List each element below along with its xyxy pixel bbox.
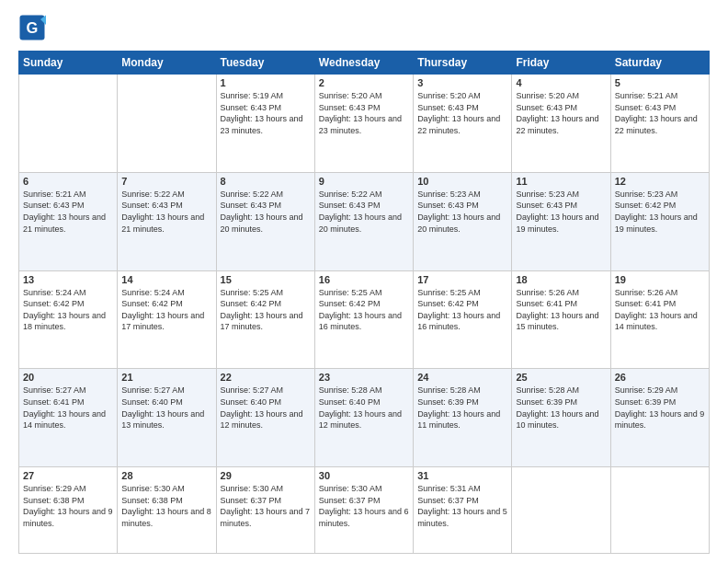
day-header-tuesday: Tuesday — [216, 52, 314, 75]
svg-text:G: G — [27, 19, 39, 36]
calendar-cell: 8Sunrise: 5:22 AMSunset: 6:43 PMDaylight… — [216, 172, 314, 270]
day-number: 16 — [319, 274, 409, 285]
day-info: Sunrise: 5:21 AMSunset: 6:43 PMDaylight:… — [23, 190, 106, 234]
day-number: 20 — [23, 372, 113, 383]
calendar-cell: 31Sunrise: 5:31 AMSunset: 6:37 PMDayligh… — [414, 467, 512, 554]
calendar-cell: 21Sunrise: 5:27 AMSunset: 6:40 PMDayligh… — [118, 369, 216, 467]
calendar-cell — [19, 75, 118, 173]
day-number: 9 — [319, 176, 409, 187]
day-info: Sunrise: 5:25 AMSunset: 6:42 PMDaylight:… — [221, 288, 303, 332]
day-number: 13 — [23, 274, 113, 285]
day-number: 3 — [417, 77, 507, 88]
calendar-cell: 23Sunrise: 5:28 AMSunset: 6:40 PMDayligh… — [314, 369, 413, 467]
day-info: Sunrise: 5:28 AMSunset: 6:40 PMDaylight:… — [319, 385, 402, 430]
day-header-saturday: Saturday — [610, 52, 709, 75]
calendar-cell: 5Sunrise: 5:21 AMSunset: 6:43 PMDaylight… — [610, 75, 709, 173]
day-number: 29 — [221, 470, 311, 481]
calendar-cell: 16Sunrise: 5:25 AMSunset: 6:42 PMDayligh… — [314, 270, 413, 369]
day-info: Sunrise: 5:25 AMSunset: 6:42 PMDaylight:… — [417, 288, 500, 332]
day-info: Sunrise: 5:30 AMSunset: 6:37 PMDaylight:… — [221, 484, 311, 528]
day-header-wednesday: Wednesday — [314, 52, 413, 75]
day-number: 4 — [516, 77, 606, 88]
calendar-table: SundayMondayTuesdayWednesdayThursdayFrid… — [18, 51, 710, 554]
day-info: Sunrise: 5:24 AMSunset: 6:42 PMDaylight:… — [23, 288, 106, 332]
day-info: Sunrise: 5:26 AMSunset: 6:41 PMDaylight:… — [615, 288, 698, 332]
day-info: Sunrise: 5:27 AMSunset: 6:41 PMDaylight:… — [23, 385, 106, 430]
calendar-cell: 4Sunrise: 5:20 AMSunset: 6:43 PMDaylight… — [512, 75, 610, 173]
calendar-cell: 18Sunrise: 5:26 AMSunset: 6:41 PMDayligh… — [512, 270, 610, 369]
calendar-week-5: 27Sunrise: 5:29 AMSunset: 6:38 PMDayligh… — [19, 467, 710, 554]
calendar-cell: 29Sunrise: 5:30 AMSunset: 6:37 PMDayligh… — [216, 467, 314, 554]
day-header-sunday: Sunday — [19, 52, 118, 75]
day-info: Sunrise: 5:28 AMSunset: 6:39 PMDaylight:… — [417, 385, 500, 430]
calendar-cell: 19Sunrise: 5:26 AMSunset: 6:41 PMDayligh… — [610, 270, 709, 369]
day-header-friday: Friday — [512, 52, 610, 75]
day-number: 1 — [221, 77, 311, 88]
day-number: 27 — [23, 470, 113, 481]
day-number: 22 — [221, 372, 311, 383]
calendar-cell: 11Sunrise: 5:23 AMSunset: 6:43 PMDayligh… — [512, 172, 610, 270]
header: G — [18, 14, 710, 41]
day-info: Sunrise: 5:24 AMSunset: 6:42 PMDaylight:… — [121, 288, 204, 332]
day-number: 17 — [417, 274, 507, 285]
calendar-cell: 24Sunrise: 5:28 AMSunset: 6:39 PMDayligh… — [414, 369, 512, 467]
day-number: 6 — [23, 176, 113, 187]
day-info: Sunrise: 5:29 AMSunset: 6:38 PMDaylight:… — [23, 484, 113, 528]
day-info: Sunrise: 5:27 AMSunset: 6:40 PMDaylight:… — [221, 385, 303, 430]
day-number: 19 — [615, 274, 705, 285]
day-info: Sunrise: 5:29 AMSunset: 6:39 PMDaylight:… — [615, 385, 705, 430]
calendar-week-1: 1Sunrise: 5:19 AMSunset: 6:43 PMDaylight… — [19, 75, 710, 173]
day-number: 30 — [319, 470, 409, 481]
day-info: Sunrise: 5:26 AMSunset: 6:41 PMDaylight:… — [516, 288, 598, 332]
calendar-cell: 14Sunrise: 5:24 AMSunset: 6:42 PMDayligh… — [118, 270, 216, 369]
day-number: 12 — [615, 176, 705, 187]
calendar-cell: 20Sunrise: 5:27 AMSunset: 6:41 PMDayligh… — [19, 369, 118, 467]
calendar-header-row: SundayMondayTuesdayWednesdayThursdayFrid… — [19, 52, 710, 75]
day-info: Sunrise: 5:23 AMSunset: 6:42 PMDaylight:… — [615, 190, 698, 234]
calendar-cell — [512, 467, 610, 554]
calendar-cell: 1Sunrise: 5:19 AMSunset: 6:43 PMDaylight… — [216, 75, 314, 173]
calendar-cell: 3Sunrise: 5:20 AMSunset: 6:43 PMDaylight… — [414, 75, 512, 173]
day-info: Sunrise: 5:30 AMSunset: 6:37 PMDaylight:… — [319, 484, 409, 528]
day-number: 21 — [121, 372, 211, 383]
calendar-cell: 10Sunrise: 5:23 AMSunset: 6:43 PMDayligh… — [414, 172, 512, 270]
day-info: Sunrise: 5:28 AMSunset: 6:39 PMDaylight:… — [516, 385, 598, 430]
day-info: Sunrise: 5:22 AMSunset: 6:43 PMDaylight:… — [319, 190, 402, 234]
day-number: 5 — [615, 77, 705, 88]
page: G SundayMondayTuesdayWednesdayThursdayFr… — [0, 0, 728, 563]
day-number: 23 — [319, 372, 409, 383]
day-info: Sunrise: 5:21 AMSunset: 6:43 PMDaylight:… — [615, 91, 698, 135]
day-header-monday: Monday — [118, 52, 216, 75]
day-info: Sunrise: 5:20 AMSunset: 6:43 PMDaylight:… — [516, 91, 598, 135]
day-info: Sunrise: 5:22 AMSunset: 6:43 PMDaylight:… — [221, 190, 303, 234]
day-number: 18 — [516, 274, 606, 285]
calendar-cell: 28Sunrise: 5:30 AMSunset: 6:38 PMDayligh… — [118, 467, 216, 554]
day-number: 15 — [221, 274, 311, 285]
day-info: Sunrise: 5:20 AMSunset: 6:43 PMDaylight:… — [319, 91, 402, 135]
calendar-body: 1Sunrise: 5:19 AMSunset: 6:43 PMDaylight… — [19, 75, 710, 554]
day-info: Sunrise: 5:19 AMSunset: 6:43 PMDaylight:… — [221, 91, 303, 135]
calendar-cell: 9Sunrise: 5:22 AMSunset: 6:43 PMDaylight… — [314, 172, 413, 270]
day-info: Sunrise: 5:27 AMSunset: 6:40 PMDaylight:… — [121, 385, 204, 430]
calendar-cell — [610, 467, 709, 554]
day-number: 25 — [516, 372, 606, 383]
day-number: 26 — [615, 372, 705, 383]
day-number: 14 — [121, 274, 211, 285]
day-info: Sunrise: 5:30 AMSunset: 6:38 PMDaylight:… — [121, 484, 211, 528]
day-info: Sunrise: 5:23 AMSunset: 6:43 PMDaylight:… — [417, 190, 500, 234]
day-number: 31 — [417, 470, 507, 481]
day-number: 7 — [121, 176, 211, 187]
calendar-cell: 25Sunrise: 5:28 AMSunset: 6:39 PMDayligh… — [512, 369, 610, 467]
day-number: 8 — [221, 176, 311, 187]
day-number: 28 — [121, 470, 211, 481]
day-info: Sunrise: 5:25 AMSunset: 6:42 PMDaylight:… — [319, 288, 402, 332]
calendar-cell: 7Sunrise: 5:22 AMSunset: 6:43 PMDaylight… — [118, 172, 216, 270]
calendar-cell: 30Sunrise: 5:30 AMSunset: 6:37 PMDayligh… — [314, 467, 413, 554]
day-number: 10 — [417, 176, 507, 187]
calendar-cell: 27Sunrise: 5:29 AMSunset: 6:38 PMDayligh… — [19, 467, 118, 554]
logo: G — [18, 14, 50, 41]
day-number: 2 — [319, 77, 409, 88]
day-info: Sunrise: 5:23 AMSunset: 6:43 PMDaylight:… — [516, 190, 598, 234]
logo-icon: G — [18, 14, 46, 41]
day-info: Sunrise: 5:31 AMSunset: 6:37 PMDaylight:… — [417, 484, 507, 528]
